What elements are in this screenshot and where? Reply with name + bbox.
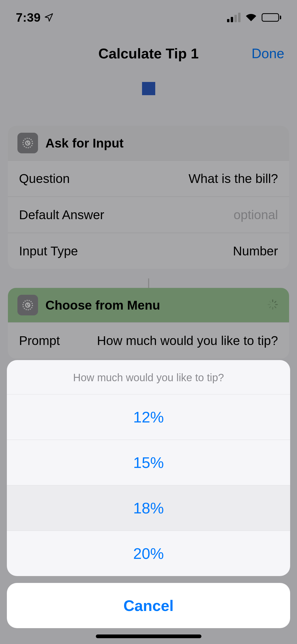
action-sheet: How much would you like to tip? 12% 15% … <box>7 360 290 628</box>
action-sheet-panel: How much would you like to tip? 12% 15% … <box>7 360 290 576</box>
sheet-option-2[interactable]: 18% <box>7 485 290 531</box>
action-sheet-title: How much would you like to tip? <box>7 360 290 394</box>
cancel-button[interactable]: Cancel <box>7 583 290 628</box>
home-indicator[interactable] <box>96 634 201 638</box>
sheet-option-3[interactable]: 20% <box>7 531 290 576</box>
sheet-option-0[interactable]: 12% <box>7 394 290 440</box>
sheet-option-1[interactable]: 15% <box>7 440 290 485</box>
